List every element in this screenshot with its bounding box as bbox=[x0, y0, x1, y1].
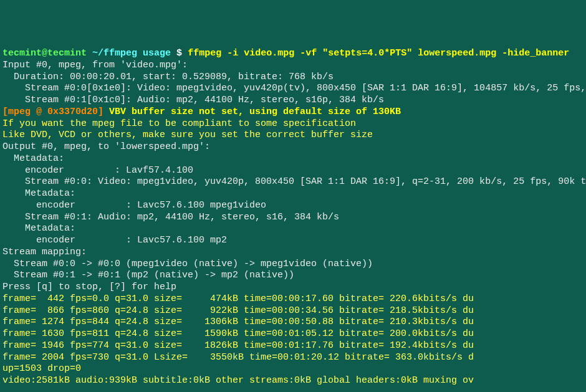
output-encoder1: encoder : Lavf57.4.100 bbox=[2, 165, 584, 177]
prompt-command: ffmpeg -i video.mpg -vf "setpts=4.0*PTS"… bbox=[188, 48, 569, 59]
output-stream01out: Stream #0:1: Audio: mp2, 44100 Hz, stere… bbox=[2, 212, 584, 224]
output-meta1: Metadata: bbox=[2, 153, 584, 165]
prompt-dollar: $ bbox=[171, 48, 188, 59]
output-video-summary: video:2581kB audio:939kB subtitle:0kB ot… bbox=[2, 375, 584, 387]
prompt-path: ~/ffmpeg usage bbox=[92, 48, 171, 59]
output-frame4: frame= 1630 fps=811 q=24.8 size= 1590kB … bbox=[2, 328, 584, 340]
output-encoder2: encoder : Lavc57.6.100 mpeg1video bbox=[2, 200, 584, 212]
output-compliant1: If you want the mpeg file to be complian… bbox=[2, 118, 584, 130]
output-output0: Output #0, mpeg, to 'lowerspeed.mpg': bbox=[2, 141, 584, 153]
output-stream00v: Stream #0:0[0x1e0]: Video: mpeg1video, y… bbox=[2, 83, 584, 95]
output-frame3: frame= 1274 fps=844 q=24.8 size= 1306kB … bbox=[2, 317, 584, 328]
output-compliant2: Like DVD, VCD or others, make sure you s… bbox=[2, 130, 584, 141]
output-map1: Stream #0:1 -> #0:1 (mp2 (native) -> mp2… bbox=[2, 270, 584, 282]
output-stream01a: Stream #0:1[0x1c0]: Audio: mp2, 44100 Hz… bbox=[2, 95, 584, 107]
output-meta2: Metadata: bbox=[2, 188, 584, 200]
prompt-user-host: tecmint@tecmint bbox=[2, 48, 87, 59]
output-frame2: frame= 866 fps=860 q=24.8 size= 922kB ti… bbox=[2, 305, 584, 317]
prompt-space bbox=[87, 48, 92, 59]
output-map0: Stream #0:0 -> #0:0 (mpeg1video (native)… bbox=[2, 259, 584, 270]
output-streammap: Stream mapping: bbox=[2, 247, 584, 259]
vbv-msg: VBV buffer size not set, using default s… bbox=[103, 107, 401, 117]
output-updrop: up=1503 drop=0 bbox=[2, 363, 584, 375]
output-meta3: Metadata: bbox=[2, 223, 584, 235]
output-vbv-warning: [mpeg @ 0x3370d20] VBV buffer size not s… bbox=[2, 107, 584, 118]
vbv-prefix: [mpeg @ 0x3370d20] bbox=[2, 107, 103, 117]
terminal-prompt-line[interactable]: tecmint@tecmint ~/ffmpeg usage $ ffmpeg … bbox=[2, 48, 584, 60]
output-frame6: frame= 2004 fps=730 q=31.0 Lsize= 3550kB… bbox=[2, 352, 584, 364]
output-frame5: frame= 1946 fps=774 q=31.0 size= 1826kB … bbox=[2, 340, 584, 352]
output-frame1: frame= 442 fps=0.0 q=31.0 size= 474kB ti… bbox=[2, 294, 584, 305]
output-stream00out: Stream #0:0: Video: mpeg1video, yuv420p,… bbox=[2, 176, 584, 188]
output-duration: Duration: 00:00:20.01, start: 0.529089, … bbox=[2, 72, 584, 84]
output-encoder3: encoder : Lavc57.6.100 mp2 bbox=[2, 235, 584, 247]
output-press: Press [q] to stop, [?] for help bbox=[2, 282, 584, 294]
output-input0: Input #0, mpeg, from 'video.mpg': bbox=[2, 60, 584, 72]
